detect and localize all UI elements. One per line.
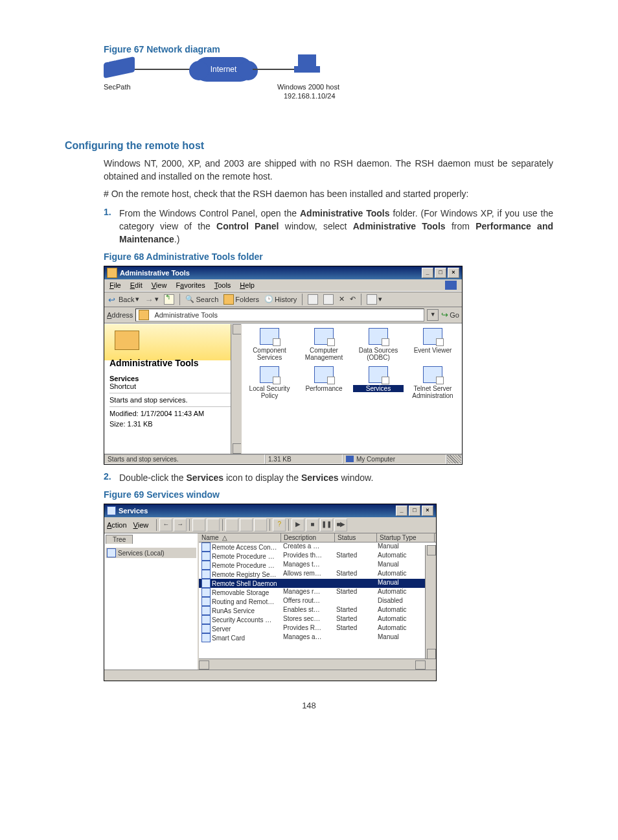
services-body: Tree Services (Local) Name △ Description…	[104, 533, 436, 670]
move-to-button[interactable]	[306, 294, 319, 305]
service-status: Started	[334, 588, 375, 597]
tree-tab[interactable]: Tree	[106, 535, 133, 544]
service-status	[334, 633, 375, 642]
folders-button[interactable]: Folders	[222, 294, 260, 305]
maximize-button[interactable]: □	[409, 506, 420, 516]
icon-pane[interactable]: Component ServicesComputer ManagementDat…	[242, 324, 462, 454]
folder-icon-services[interactable]: Services	[353, 366, 404, 399]
separator	[302, 294, 303, 305]
scrollbar-vertical[interactable]	[425, 545, 436, 659]
col-description[interactable]: Description	[281, 533, 335, 542]
scrollbar-vertical[interactable]	[231, 324, 242, 454]
menu-tools[interactable]: Tools	[214, 281, 231, 289]
service-description: Creates a …	[280, 542, 334, 552]
service-row[interactable]: Remote Procedure …Provides th…StartedAut…	[199, 552, 436, 561]
service-icon	[201, 588, 211, 597]
menu-favorites[interactable]: Favorites	[176, 281, 205, 289]
service-row[interactable]: Remote Access Con…Creates a …Manual	[199, 542, 436, 552]
close-button[interactable]: ×	[448, 268, 459, 278]
service-row[interactable]: ServerProvides R…StartedAutomatic	[199, 624, 436, 633]
step-number: 1.	[104, 207, 119, 246]
refresh-button[interactable]	[240, 519, 253, 531]
text: Double-click the	[119, 472, 187, 483]
menu-edit[interactable]: Edit	[130, 281, 143, 289]
service-row[interactable]: Security Accounts …Stores sec…StartedAut…	[199, 615, 436, 624]
properties-button[interactable]	[225, 519, 238, 531]
close-button[interactable]: ×	[422, 506, 433, 516]
copy-to-button[interactable]	[322, 294, 335, 305]
service-row[interactable]: Remote Procedure …Manages t…Manual	[199, 561, 436, 570]
minimize-button[interactable]: _	[396, 506, 407, 516]
delete-button[interactable]: ✕	[338, 294, 346, 304]
menu-action[interactable]: Action	[107, 521, 127, 529]
menu-view[interactable]: View	[133, 521, 149, 529]
title-bar[interactable]: Administrative Tools _ □ ×	[104, 266, 462, 279]
paragraph: Windows NT, 2000, XP, and 2003 are shipp…	[104, 157, 553, 183]
start-button[interactable]: ▶	[292, 519, 304, 531]
forward-button[interactable]: →	[174, 519, 187, 531]
link-line	[135, 69, 194, 70]
toolbar-button[interactable]	[207, 519, 220, 531]
folder-icon-data-sources-odbc-[interactable]: Data Sources (ODBC)	[353, 328, 404, 361]
stop-button[interactable]: ■	[306, 519, 319, 531]
back-button[interactable]: Back ▾	[107, 294, 141, 305]
text: from	[446, 221, 476, 231]
service-row[interactable]: Remote Shell DaemonManual	[199, 579, 436, 588]
history-button[interactable]: History	[263, 294, 298, 305]
bold-term: Services	[301, 472, 339, 483]
service-startup-type: Manual	[375, 542, 432, 552]
col-startup-type[interactable]: Startup Type	[377, 533, 435, 542]
service-row[interactable]: Remote Registry Se…Allows rem…StartedAut…	[199, 570, 436, 579]
info-description: Starts and stop services.	[109, 396, 236, 404]
back-button[interactable]: ←	[159, 519, 172, 531]
resize-grip[interactable]	[446, 454, 462, 464]
col-name[interactable]: Name △	[199, 533, 281, 542]
service-row[interactable]: Removable StorageManages r…StartedAutoma…	[199, 588, 436, 597]
folder-icon-performance[interactable]: Performance	[299, 366, 349, 399]
folder-icon-telnet-server-administration[interactable]: Telnet Server Administration	[407, 366, 458, 399]
service-startup-type: Automatic	[375, 552, 432, 561]
undo-button[interactable]: ↶	[349, 294, 357, 304]
service-startup-type: Automatic	[375, 570, 432, 579]
toolbar: Back ▾ ▾ Search Folders History ✕ ↶ ▾	[104, 292, 462, 307]
menu-help[interactable]: Help	[240, 281, 255, 289]
link-line	[253, 69, 298, 70]
menu-view[interactable]: View	[152, 281, 167, 289]
service-icon	[201, 624, 211, 633]
folder-icon-local-security-policy[interactable]: Local Security Policy	[244, 366, 295, 399]
text: From the Windows Control Panel, open the	[119, 208, 300, 218]
minimize-button[interactable]: _	[422, 268, 433, 278]
address-dropdown-button[interactable]: ▼	[427, 309, 439, 321]
up-button[interactable]	[163, 294, 176, 305]
address-input[interactable]: Administrative Tools	[135, 309, 424, 321]
search-button[interactable]: Search	[184, 294, 220, 305]
info-item-type: Shortcut	[109, 382, 236, 390]
toolbar-button[interactable]	[192, 519, 205, 531]
title-bar[interactable]: Services _ □ ×	[104, 504, 436, 517]
status-location: My Computer	[343, 454, 446, 464]
tree-item-services-local[interactable]: Services (Local)	[106, 548, 196, 558]
figure67-caption: Figure 67 Network diagram	[104, 44, 553, 54]
folder-icon-computer-management[interactable]: Computer Management	[299, 328, 349, 361]
folder-icon-event-viewer[interactable]: Event Viewer	[407, 328, 458, 361]
service-row[interactable]: Routing and Remot…Offers rout…Disabled	[199, 597, 436, 606]
folder-icon-component-services[interactable]: Component Services	[244, 328, 295, 361]
service-name: Remote Registry Se…	[212, 571, 276, 578]
export-button[interactable]	[254, 519, 267, 531]
my-computer-icon	[346, 456, 354, 462]
help-button[interactable]: ?	[273, 519, 286, 531]
menu-file[interactable]: File	[109, 281, 121, 289]
service-row[interactable]: RunAs ServiceEnables st…StartedAutomatic	[199, 606, 436, 615]
service-row[interactable]: Smart CardManages a…Manual	[199, 633, 436, 642]
scrollbar-horizontal[interactable]	[199, 659, 436, 670]
col-status[interactable]: Status	[335, 533, 377, 542]
service-description: Enables st…	[280, 606, 334, 615]
restart-button[interactable]: ■▶	[334, 519, 347, 531]
icon-label: Computer Management	[299, 347, 349, 361]
go-button[interactable]: Go	[441, 310, 459, 320]
views-button[interactable]: ▾	[365, 294, 383, 305]
forward-button[interactable]: ▾	[143, 294, 160, 305]
maximize-button[interactable]: □	[435, 268, 446, 278]
tree-item-label: Services (Local)	[118, 550, 165, 557]
pause-button[interactable]: ❚❚	[320, 519, 333, 531]
